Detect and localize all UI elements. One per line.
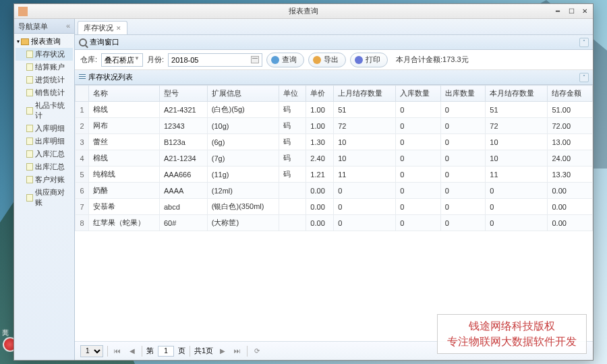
sidebar-item-4[interactable]: 礼品卡统计 bbox=[16, 99, 73, 122]
file-icon bbox=[26, 176, 33, 183]
column-header[interactable]: 出库数量 bbox=[440, 86, 485, 102]
column-header[interactable]: 型号 bbox=[159, 86, 207, 102]
sidebar-item-10[interactable]: 供应商对账 bbox=[16, 186, 73, 209]
file-icon bbox=[26, 63, 33, 71]
column-header[interactable]: 单位 bbox=[279, 86, 306, 102]
sidebar-item-5[interactable]: 入库明细 bbox=[16, 122, 73, 135]
print-icon bbox=[355, 56, 363, 64]
month-picker[interactable]: 2018-05 bbox=[168, 53, 262, 67]
tab-bar: 库存状况 ✕ bbox=[75, 19, 593, 35]
file-icon bbox=[26, 194, 33, 202]
watermark: 钱途网络科技版权 专注物联网大数据软件开发 bbox=[437, 314, 587, 354]
watermark-line2: 专注物联网大数据软件开发 bbox=[447, 334, 577, 349]
tab-inventory[interactable]: 库存状况 ✕ bbox=[78, 21, 127, 34]
sidebar-item-9[interactable]: 客户对账 bbox=[16, 173, 73, 186]
app-icon bbox=[18, 7, 28, 16]
search-icon bbox=[79, 38, 87, 47]
table-row[interactable]: 5纯棉线AAA666(11g)码1.2111001113.30 bbox=[76, 166, 593, 183]
watermark-line1: 钱途网络科技版权 bbox=[447, 319, 577, 334]
collapse-button[interactable]: ˄ bbox=[579, 38, 589, 47]
sidebar-header: 导航菜单 « bbox=[14, 19, 74, 34]
folder-icon bbox=[21, 38, 29, 45]
search-button[interactable]: 查询 bbox=[266, 53, 304, 67]
main-window: 报表查询 ━ ☐ ✕ 导航菜单 « ▾报表查询库存状况结算账户进货统计销售统计礼… bbox=[13, 3, 594, 361]
pager-next[interactable]: ▶ bbox=[217, 346, 228, 357]
file-icon bbox=[26, 163, 33, 171]
sidebar-item-0[interactable]: 库存状况 bbox=[16, 48, 73, 61]
grid-panel-header: 库存状况列表 ˄ bbox=[75, 70, 593, 85]
main-area: 库存状况 ✕ 查询窗口 ˄ 仓库: 叠石桥店 ▼ 月份: 2018-05 查询 … bbox=[75, 19, 593, 360]
tab-close-icon[interactable]: ✕ bbox=[116, 25, 121, 32]
table-row[interactable]: 8红苹果（蛇果）60#(大称筐)0.0000000.00 bbox=[76, 215, 593, 231]
column-header[interactable]: 本月结存数量 bbox=[486, 86, 548, 102]
close-button[interactable]: ✕ bbox=[579, 7, 590, 16]
grid-collapse-button[interactable]: ˄ bbox=[579, 73, 589, 82]
table-row[interactable]: 1棉线A21-4321(白色)(5g)码1.0051005151.00 bbox=[76, 102, 593, 118]
window-title: 报表查询 bbox=[289, 6, 318, 16]
pager-first[interactable]: ⏮ bbox=[112, 346, 123, 357]
warehouse-label: 仓库: bbox=[80, 55, 97, 65]
file-icon bbox=[26, 138, 33, 145]
maximize-button[interactable]: ☐ bbox=[566, 7, 577, 16]
column-header[interactable]: 上月结存数量 bbox=[334, 86, 396, 102]
magnifier-icon bbox=[271, 56, 279, 64]
file-icon bbox=[26, 76, 33, 84]
export-button[interactable]: 导出 bbox=[308, 53, 346, 67]
table-row[interactable]: 4棉线A21-1234(7g)码2.4010001024.00 bbox=[76, 150, 593, 166]
pager-last[interactable]: ⏭ bbox=[232, 346, 243, 357]
minimize-button[interactable]: ━ bbox=[552, 7, 563, 16]
file-icon bbox=[26, 150, 33, 158]
file-icon bbox=[26, 51, 33, 58]
summary-text: 本月合计金额:173.3元 bbox=[396, 55, 469, 65]
export-icon bbox=[313, 56, 321, 64]
column-header[interactable]: 扩展信息 bbox=[207, 86, 279, 102]
page-size-select[interactable]: 10 bbox=[80, 345, 103, 357]
query-panel-title: 查询窗口 bbox=[90, 37, 119, 47]
column-header[interactable]: 单价 bbox=[306, 86, 334, 102]
warehouse-select[interactable]: 叠石桥店 ▼ bbox=[101, 53, 143, 67]
month-label: 月份: bbox=[147, 55, 164, 65]
pager-prev[interactable]: ◀ bbox=[127, 346, 138, 357]
toolbar: 仓库: 叠石桥店 ▼ 月份: 2018-05 查询 导出 打印 本月合计金额:1… bbox=[75, 50, 593, 70]
column-header[interactable]: 名称 bbox=[89, 86, 160, 102]
file-icon bbox=[26, 125, 33, 132]
column-header[interactable]: 入库数量 bbox=[396, 86, 440, 102]
file-icon bbox=[26, 89, 33, 96]
table-row[interactable]: 3蕾丝B123a(6g)码1.3010001013.00 bbox=[76, 134, 593, 150]
query-panel-header: 查询窗口 ˄ bbox=[75, 35, 593, 50]
pager-page-input[interactable] bbox=[158, 346, 174, 357]
sidebar-item-8[interactable]: 出库汇总 bbox=[16, 160, 73, 173]
titlebar: 报表查询 ━ ☐ ✕ bbox=[14, 4, 593, 19]
table-row[interactable]: 2网布12343(10g)码1.0072007272.00 bbox=[76, 118, 593, 134]
column-header[interactable]: 结存金额 bbox=[548, 86, 593, 102]
calendar-icon bbox=[251, 56, 259, 63]
pager-refresh[interactable]: ⟳ bbox=[252, 346, 262, 357]
sidebar-item-2[interactable]: 进货统计 bbox=[16, 73, 73, 86]
pager-label-post: 页 bbox=[178, 346, 185, 356]
list-icon bbox=[79, 74, 86, 80]
tree-folder-reports[interactable]: ▾报表查询 bbox=[16, 35, 73, 48]
sidebar-item-3[interactable]: 销售统计 bbox=[16, 86, 73, 99]
pager-label-pre: 第 bbox=[146, 346, 154, 356]
sidebar-header-label: 导航菜单 bbox=[18, 22, 48, 30]
data-grid: 名称型号扩展信息单位单价上月结存数量入库数量出库数量本月结存数量结存金额1棉线A… bbox=[75, 85, 593, 341]
file-icon bbox=[26, 107, 33, 115]
sidebar-item-1[interactable]: 结算账户 bbox=[16, 61, 73, 73]
table-row[interactable]: 6奶酪AAAA(12ml)0.0000000.00 bbox=[76, 183, 593, 199]
print-button[interactable]: 打印 bbox=[350, 53, 388, 67]
sidebar-item-6[interactable]: 出库明细 bbox=[16, 135, 73, 148]
sidebar-item-7[interactable]: 入库汇总 bbox=[16, 148, 73, 160]
pager-total: 共1页 bbox=[194, 346, 213, 356]
table-row[interactable]: 7安慕希abcd(银白色)(350ml)0.0000000.00 bbox=[76, 199, 593, 215]
grid-title: 库存状况列表 bbox=[88, 73, 133, 81]
tab-label: 库存状况 bbox=[84, 23, 113, 33]
sidebar: 导航菜单 « ▾报表查询库存状况结算账户进货统计销售统计礼品卡统计入库明细出库明… bbox=[14, 19, 75, 360]
